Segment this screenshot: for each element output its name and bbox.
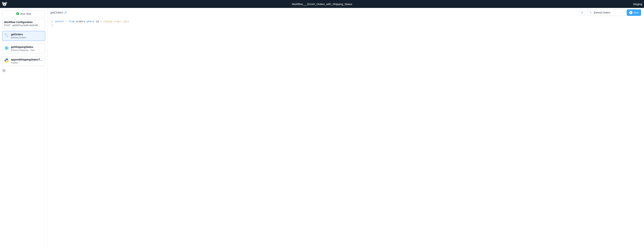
node-text: getShippingStatus[Demo] Shipping - new	[11, 46, 43, 52]
node-title: getOrders	[11, 33, 43, 36]
svg-point-8	[5, 34, 6, 34]
line-number: 1	[48, 20, 53, 24]
environment-label[interactable]: Staging	[633, 2, 642, 6]
run-label: Run	[634, 11, 638, 14]
workflow-node[interactable]: appendShippingStatusToOr…Python	[2, 56, 45, 66]
svg-point-3	[6, 2, 7, 4]
node-title: appendShippingStatusToOr…	[11, 58, 43, 61]
main-content: Run Test Workflow Configuration POST ad1…	[0, 8, 644, 248]
edit-icon[interactable]	[64, 11, 67, 14]
workflow-config-subtitle: POST ad1837ca-5c05-4d18-8562-…	[4, 24, 43, 27]
chevron-down-icon	[621, 12, 623, 14]
koala-logo-icon	[2, 2, 7, 6]
resource-select[interactable]: [Demo] Orders	[587, 9, 625, 16]
workflow-title: Workflow___Enrich_Orders_with_Shipping_S…	[0, 2, 644, 6]
workflow-config-title: Workflow Configuration	[4, 21, 43, 24]
node-title: getShippingStatus	[11, 46, 43, 48]
trash-icon	[581, 11, 584, 14]
run-test-button[interactable]: Run Test	[2, 10, 45, 17]
workflow-method: POST	[4, 24, 10, 27]
resource-selected-label: [Demo] Orders	[594, 11, 610, 14]
node-subtitle: Python	[11, 61, 43, 64]
line-gutter: 12	[48, 20, 55, 248]
svg-point-10	[7, 62, 8, 62]
code-content[interactable]: select * from orders where id = {{body.o…	[55, 20, 644, 248]
svg-point-4	[3, 3, 6, 6]
snowflake-icon	[4, 46, 9, 50]
code-line[interactable]: select * from orders where id = {{body.o…	[55, 20, 644, 24]
node-text: getOrders[Demo] Orders	[11, 33, 43, 39]
delete-button[interactable]	[579, 9, 585, 16]
workflow-id: ad1837ca-5c05-4d18-8562-…	[12, 24, 41, 27]
line-number: 2	[48, 24, 53, 27]
header-bar: Workflow___Enrich_Orders_with_Shipping_S…	[0, 0, 644, 8]
run-button[interactable]: Run	[627, 9, 641, 16]
editor-block-title[interactable]: getOrders	[50, 11, 67, 14]
svg-point-6	[5, 4, 6, 4]
svg-point-9	[6, 59, 6, 59]
svg-point-7	[4, 4, 5, 5]
editor-panel: getOrders [Demo] Orders	[48, 8, 644, 248]
workflow-node[interactable]: getOrders[Demo] Orders	[2, 31, 45, 41]
play-icon	[16, 12, 19, 15]
add-node-button[interactable]: +	[2, 69, 6, 72]
sidebar: Run Test Workflow Configuration POST ad1…	[0, 8, 48, 248]
node-subtitle: [Demo] Shipping - new	[11, 49, 43, 52]
node-subtitle: [Demo] Orders	[11, 36, 43, 39]
code-line[interactable]	[55, 24, 644, 27]
play-icon	[629, 11, 632, 14]
node-text: appendShippingStatusToOr…Python	[11, 58, 43, 64]
editor-header: getOrders [Demo] Orders	[48, 8, 644, 17]
svg-point-11	[590, 12, 590, 12]
mysql-icon	[589, 11, 592, 14]
python-icon	[4, 58, 9, 63]
run-test-label: Run Test	[20, 12, 31, 15]
svg-point-5	[4, 4, 4, 4]
workflow-config-card[interactable]: Workflow Configuration POST ad1837ca-5c0…	[2, 19, 45, 28]
svg-point-2	[2, 2, 4, 4]
app-logo[interactable]	[2, 2, 7, 6]
editor-block-name: getOrders	[50, 11, 63, 14]
mysql-icon	[4, 33, 9, 38]
code-editor[interactable]: 12 select * from orders where id = {{bod…	[48, 17, 644, 248]
workflow-node[interactable]: getShippingStatus[Demo] Shipping - new	[2, 44, 45, 54]
